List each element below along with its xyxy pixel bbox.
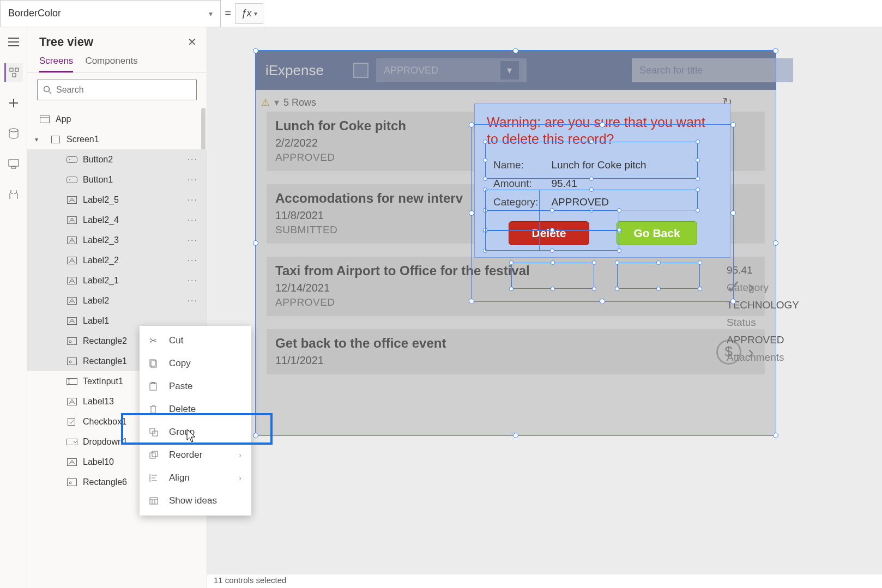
left-rail: [0, 27, 27, 588]
more-icon[interactable]: ···: [188, 235, 198, 245]
label-icon: [65, 317, 78, 325]
tree-item[interactable]: Button2···: [27, 149, 207, 169]
copy-icon: [149, 359, 164, 368]
tree-view-title: Tree view: [39, 35, 93, 49]
tree-item-label: Label2_1: [83, 276, 119, 286]
svg-point-3: [9, 129, 18, 132]
tree-item-label: Label10: [83, 457, 114, 467]
svg-rect-4: [9, 160, 19, 166]
formula-bar: BorderColor ▾ = ƒx▾: [0, 0, 882, 27]
chevron-down-icon: ▾: [254, 10, 257, 17]
menu-reorder[interactable]: Reorder›: [140, 444, 251, 466]
more-icon[interactable]: ···: [188, 215, 198, 225]
ideas-icon: [149, 497, 164, 505]
textinput-icon: [65, 378, 78, 385]
menu-show-ideas[interactable]: Show ideas: [140, 489, 251, 512]
svg-point-23: [69, 361, 71, 363]
more-icon[interactable]: ···: [188, 276, 198, 286]
menu-align[interactable]: Align›: [140, 466, 251, 489]
svg-rect-0: [10, 68, 13, 71]
svg-rect-11: [67, 177, 77, 183]
svg-rect-24: [67, 378, 77, 384]
svg-rect-2: [13, 74, 16, 77]
status-text: 11 controls selected: [214, 575, 286, 585]
equals-label: =: [221, 7, 235, 20]
svg-rect-27: [67, 439, 77, 445]
chevron-down-icon: ▾: [209, 9, 213, 18]
tree-item-label: Rectangle2: [83, 336, 127, 346]
rectangle-icon: [65, 478, 78, 486]
more-icon[interactable]: ···: [188, 256, 198, 265]
selection-delete-btn: [511, 263, 594, 289]
app-icon: [38, 116, 51, 123]
svg-rect-29: [68, 478, 77, 486]
hamburger-icon[interactable]: [4, 33, 23, 51]
formula-input[interactable]: [263, 0, 882, 27]
property-dropdown[interactable]: BorderColor ▾: [0, 0, 221, 27]
canvas: iExpense APPROVED ▾ Search for title ⚠ ▾…: [207, 27, 882, 588]
search-icon: [43, 86, 52, 94]
tree-item-label: Label2_5: [83, 195, 119, 205]
tree-item-app[interactable]: App: [27, 109, 207, 129]
tree-item[interactable]: Label2_1···: [27, 270, 207, 290]
menu-cut[interactable]: ✂Cut: [140, 329, 251, 352]
dropdown-icon: [65, 439, 78, 445]
svg-rect-38: [152, 451, 158, 457]
label-icon: [65, 297, 78, 305]
fx-label: ƒx: [241, 8, 251, 19]
label-icon: [65, 237, 78, 244]
more-icon[interactable]: ···: [188, 155, 198, 165]
button-icon: [65, 177, 78, 183]
tree-item[interactable]: Label2_5···: [27, 190, 207, 210]
svg-rect-26: [68, 418, 75, 425]
label-icon: [65, 196, 78, 204]
tree-item-label: App: [56, 114, 71, 124]
chevron-down-icon[interactable]: ▾: [35, 136, 38, 143]
tree-item-label: TextInput1: [83, 377, 123, 386]
tree-item[interactable]: Label2_2···: [27, 250, 207, 270]
more-icon[interactable]: ···: [188, 195, 198, 205]
more-icon[interactable]: ···: [188, 175, 198, 185]
svg-rect-9: [67, 156, 77, 162]
svg-rect-8: [52, 136, 60, 143]
tree-search-input[interactable]: [56, 85, 191, 95]
svg-rect-1: [15, 68, 19, 71]
tree-item[interactable]: Label2_3···: [27, 230, 207, 250]
fx-button[interactable]: ƒx▾: [235, 3, 263, 24]
close-icon[interactable]: ✕: [188, 35, 197, 49]
tree-item-screen1[interactable]: ▾ Screen1: [27, 129, 207, 149]
tree-item[interactable]: Button1···: [27, 169, 207, 190]
tree-item[interactable]: Label2···: [27, 290, 207, 311]
menu-paste[interactable]: Paste: [140, 375, 251, 398]
plus-icon[interactable]: [4, 94, 23, 112]
tools-icon[interactable]: [4, 185, 23, 204]
svg-point-10: [69, 159, 70, 160]
group-icon: [149, 428, 164, 437]
tree-item-label: Label13: [83, 397, 114, 407]
tab-screens[interactable]: Screens: [39, 56, 73, 72]
menu-delete[interactable]: Delete: [140, 398, 251, 421]
tree-item-label: Label1: [83, 316, 109, 326]
menu-copy[interactable]: Copy: [140, 352, 251, 375]
tree-view-icon[interactable]: [4, 63, 23, 82]
selection-warning-label: [485, 142, 698, 179]
selection-label-col: [485, 190, 540, 251]
tab-components[interactable]: Components: [85, 56, 137, 72]
status-bar: 11 controls selected: [207, 574, 882, 588]
tree-item-label: Button2: [83, 155, 113, 165]
media-icon[interactable]: [4, 155, 23, 173]
tree-item-label: Label2: [83, 296, 109, 306]
svg-rect-5: [11, 167, 16, 168]
screen-icon: [49, 136, 62, 143]
tree-item[interactable]: Label2_4···: [27, 210, 207, 230]
label-icon: [65, 277, 78, 284]
svg-point-6: [44, 87, 50, 92]
rectangle-icon: [65, 337, 78, 345]
data-icon[interactable]: [4, 124, 23, 143]
tree-search[interactable]: [37, 80, 197, 100]
more-icon[interactable]: ···: [188, 296, 198, 306]
tree-item-label: Label2_4: [83, 215, 119, 225]
chevron-right-icon: ›: [239, 451, 241, 459]
context-menu: ✂Cut Copy Paste Delete Group Reorder› Al…: [140, 326, 251, 516]
svg-point-21: [69, 341, 71, 343]
